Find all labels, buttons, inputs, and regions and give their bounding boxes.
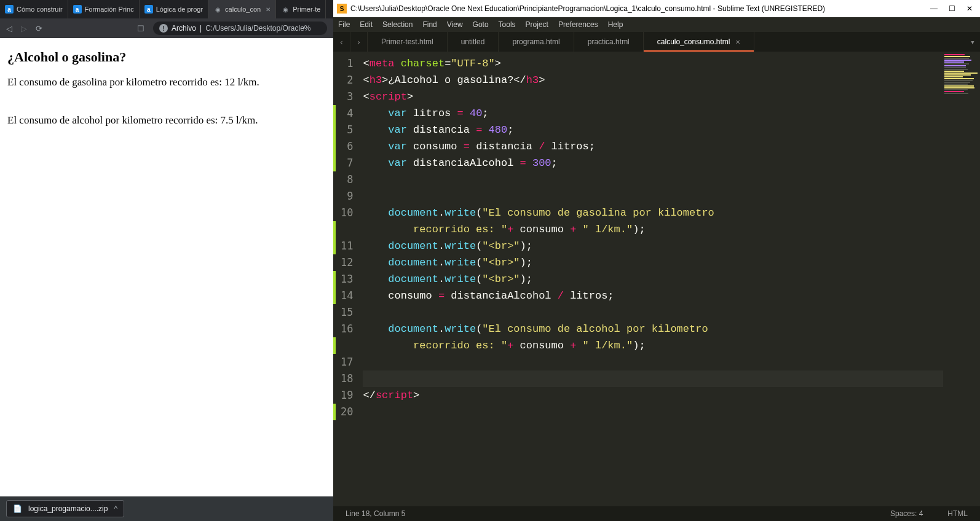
menu-tools[interactable]: Tools bbox=[499, 20, 516, 29]
close-button[interactable]: ✕ bbox=[966, 4, 973, 13]
globe-icon: ◉ bbox=[281, 5, 290, 14]
browser-tab-label: calculo_con bbox=[225, 6, 261, 13]
site-info-icon[interactable]: ! bbox=[159, 24, 168, 33]
browser-tabstrip: aCómo construiraFormación PrincaLógica d… bbox=[0, 0, 333, 18]
editor-tab-label: practica.html bbox=[588, 37, 630, 46]
maximize-button[interactable]: ☐ bbox=[949, 4, 955, 13]
menu-find[interactable]: Find bbox=[422, 20, 437, 29]
menu-preferences[interactable]: Preferences bbox=[558, 20, 598, 29]
window-title: C:\Users\Julia\Desktop\Oracle One Next E… bbox=[350, 4, 825, 13]
status-cursor-position[interactable]: Line 18, Column 5 bbox=[346, 509, 405, 518]
menu-edit[interactable]: Edit bbox=[360, 20, 373, 29]
download-filename: logica_progamacio....zip bbox=[28, 504, 108, 513]
page-heading: ¿Alcohol o gasolina? bbox=[7, 49, 326, 65]
page-viewport: ¿Alcohol o gasolina? El consumo de gasol… bbox=[0, 38, 333, 496]
tab-history-forward-icon[interactable]: › bbox=[350, 32, 368, 52]
editor-tab-label: Primer-test.html bbox=[381, 37, 433, 46]
sublime-window: S C:\Users\Julia\Desktop\Oracle One Next… bbox=[333, 0, 980, 521]
url-scheme-label: Archivo bbox=[172, 24, 196, 33]
close-icon[interactable]: ✕ bbox=[266, 6, 271, 13]
download-shelf: 📄 logica_progamacio....zip ^ bbox=[0, 496, 333, 521]
menu-goto[interactable]: Goto bbox=[473, 20, 489, 29]
tab-history-back-icon[interactable]: ‹ bbox=[333, 32, 350, 52]
editor-tab[interactable]: Primer-test.html bbox=[368, 32, 448, 52]
editor-tab-label: programa.html bbox=[512, 37, 559, 46]
editor-tab[interactable]: calculo_consumo.html✕ bbox=[644, 32, 754, 52]
menu-view[interactable]: View bbox=[447, 20, 463, 29]
menu-help[interactable]: Help bbox=[608, 20, 623, 29]
menu-bar: FileEditSelectionFindViewGotoToolsProjec… bbox=[333, 17, 980, 32]
globe-icon: ◉ bbox=[213, 5, 222, 14]
page-text-gasolina: El consumo de gasolina por kilometro rec… bbox=[7, 76, 326, 88]
menu-file[interactable]: File bbox=[338, 20, 350, 29]
browser-window: aCómo construiraFormación PrincaLógica d… bbox=[0, 0, 333, 521]
tab-menu-button[interactable]: ▾ bbox=[965, 32, 980, 52]
url-divider: | bbox=[200, 24, 202, 33]
editor-tab[interactable]: untitled bbox=[448, 32, 499, 52]
nav-forward-icon[interactable]: ▷ bbox=[21, 24, 27, 33]
editor-tab[interactable]: programa.html bbox=[499, 32, 574, 52]
url-path: C:/Users/Julia/Desktop/Oracle% bbox=[205, 24, 310, 33]
browser-tab[interactable]: aCómo construir bbox=[0, 0, 68, 18]
menu-project[interactable]: Project bbox=[526, 20, 548, 29]
browser-tab-label: Cómo construir bbox=[17, 6, 63, 13]
browser-tab[interactable]: aFormación Princ bbox=[68, 0, 140, 18]
status-indentation[interactable]: Spaces: 4 bbox=[890, 509, 923, 518]
browser-tab[interactable]: ◉Primer-te bbox=[276, 0, 326, 18]
download-item[interactable]: 📄 logica_progamacio....zip ^ bbox=[6, 500, 124, 517]
chevron-up-icon[interactable]: ^ bbox=[114, 504, 117, 513]
browser-tab-label: Formación Princ bbox=[85, 6, 134, 13]
alura-favicon: a bbox=[5, 5, 14, 14]
bookmark-icon[interactable]: ☐ bbox=[137, 24, 144, 33]
browser-tab[interactable]: ◉calculo_con✕ bbox=[208, 0, 276, 18]
nav-back-icon[interactable]: ◁ bbox=[6, 24, 12, 33]
menu-selection[interactable]: Selection bbox=[382, 20, 413, 29]
status-syntax[interactable]: HTML bbox=[947, 509, 968, 518]
editor-tab-label: calculo_consumo.html bbox=[657, 37, 730, 46]
editor-area[interactable]: 12345678910 111213141516 17181920 <meta … bbox=[333, 52, 980, 506]
address-bar[interactable]: ! Archivo | C:/Users/Julia/Desktop/Oracl… bbox=[153, 22, 327, 35]
browser-tab[interactable]: aLógica de progr bbox=[140, 0, 208, 18]
alura-favicon: a bbox=[73, 5, 82, 14]
editor-tab[interactable]: practica.html bbox=[574, 32, 644, 52]
browser-toolbar: ◁ ▷ ⟳ ☐ ! Archivo | C:/Users/Julia/Deskt… bbox=[0, 18, 333, 38]
close-icon[interactable]: ✕ bbox=[735, 39, 740, 45]
code-editor[interactable]: <meta charset="UTF-8"><h3>¿Alcohol o gas… bbox=[359, 52, 943, 506]
page-text-alcohol: El consumo de alcohol por kilometro reco… bbox=[7, 114, 326, 127]
sublime-app-icon: S bbox=[337, 4, 347, 14]
reload-icon[interactable]: ⟳ bbox=[36, 24, 42, 33]
editor-tabbar: ‹ › Primer-test.htmluntitledprograma.htm… bbox=[333, 32, 980, 52]
minimize-button[interactable]: — bbox=[930, 4, 938, 13]
line-number-gutter: 12345678910 111213141516 17181920 bbox=[336, 52, 359, 506]
file-icon: 📄 bbox=[13, 504, 22, 513]
window-titlebar: S C:\Users\Julia\Desktop\Oracle One Next… bbox=[333, 0, 980, 17]
browser-tab-label: Primer-te bbox=[293, 6, 320, 13]
browser-tab-label: Lógica de progr bbox=[156, 6, 203, 13]
minimap[interactable] bbox=[943, 52, 980, 506]
status-bar: Line 18, Column 5 Spaces: 4 HTML bbox=[333, 506, 980, 521]
editor-tab-label: untitled bbox=[461, 37, 485, 46]
alura-favicon: a bbox=[144, 5, 153, 14]
